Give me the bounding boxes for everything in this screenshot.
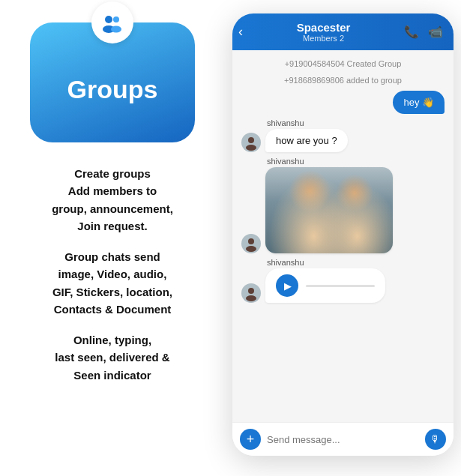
- main-container: Groups Create groups Add members to grou…: [0, 0, 461, 476]
- play-button[interactable]: ▶: [276, 274, 298, 297]
- svg-point-6: [248, 238, 254, 244]
- avatar-1: [241, 133, 261, 152]
- incoming-text-1: how are you ?: [276, 135, 337, 146]
- outgoing-text: hey 👋: [403, 97, 434, 108]
- groups-card: Groups: [30, 22, 195, 142]
- sender-name-1: shivanshu: [267, 118, 348, 127]
- svg-point-8: [248, 288, 254, 294]
- svg-point-9: [246, 295, 256, 301]
- left-panel: Groups Create groups Add members to grou…: [0, 0, 225, 476]
- svg-point-3: [111, 26, 121, 33]
- call-icon[interactable]: 📞: [404, 25, 419, 39]
- outgoing-message-hey: hey 👋: [393, 91, 445, 114]
- svg-point-5: [246, 145, 256, 151]
- incoming-message-2: shivanshu: [241, 157, 393, 253]
- incoming-message-3: shivanshu ▶: [241, 258, 385, 303]
- image-placeholder: [265, 167, 393, 253]
- groups-icon: [100, 10, 125, 35]
- left-description: Create groups Add members to group, anno…: [38, 165, 187, 397]
- avatar-3: [241, 283, 261, 303]
- add-attachment-button[interactable]: +: [240, 429, 261, 450]
- groups-icon-circle: [91, 1, 133, 43]
- header-icons: 📞 📹: [404, 25, 443, 39]
- svg-point-0: [105, 16, 112, 23]
- svg-point-4: [248, 137, 254, 143]
- incoming-bubble-1: how are you ?: [265, 129, 348, 152]
- mic-icon: 🎙: [430, 433, 441, 445]
- feature-paragraph-1: Create groups Add members to group, anno…: [52, 165, 173, 235]
- video-icon[interactable]: 📹: [428, 25, 443, 39]
- phone-mockup: ‹ Spacester Members 2 📞 📹 +919004584504 …: [232, 13, 454, 456]
- sender-name-2: shivanshu: [267, 157, 393, 166]
- plus-icon: +: [247, 432, 255, 448]
- message-input[interactable]: [267, 434, 419, 445]
- avatar-2: [241, 234, 261, 253]
- svg-point-1: [113, 16, 119, 22]
- header-title-block: Spacester Members 2: [249, 21, 398, 43]
- mic-button[interactable]: 🎙: [425, 429, 446, 450]
- audio-progress-bar: [306, 285, 375, 287]
- chat-area: +919004584504 Created Group +91868986980…: [232, 50, 454, 422]
- feature-paragraph-3: Online, typing, last seen, delivered & S…: [52, 331, 173, 384]
- play-icon: ▶: [284, 280, 292, 292]
- incoming-message-1: shivanshu how are you ?: [241, 118, 348, 152]
- system-message-2: +918689869806 added to group: [241, 76, 445, 85]
- system-message-1: +919004584504 Created Group: [241, 59, 445, 68]
- svg-point-7: [246, 246, 256, 252]
- feature-paragraph-2: Group chats send image, Video, audio, GI…: [52, 248, 173, 318]
- chat-name: Spacester: [297, 21, 351, 34]
- image-message: [265, 167, 393, 253]
- back-button[interactable]: ‹: [238, 24, 243, 40]
- groups-title: Groups: [67, 75, 158, 104]
- members-count: Members 2: [303, 34, 344, 43]
- chat-header: ‹ Spacester Members 2 📞 📹: [232, 13, 454, 50]
- audio-message: ▶: [265, 268, 385, 303]
- sender-name-3: shivanshu: [267, 258, 385, 267]
- bubble-row-1: how are you ?: [241, 129, 348, 152]
- fake-photo: [265, 167, 393, 253]
- bubble-row-2: [241, 167, 393, 253]
- outgoing-bubble: hey 👋: [393, 91, 445, 114]
- chat-input-row: + 🎙: [232, 422, 454, 456]
- bubble-row-3: ▶: [241, 268, 385, 303]
